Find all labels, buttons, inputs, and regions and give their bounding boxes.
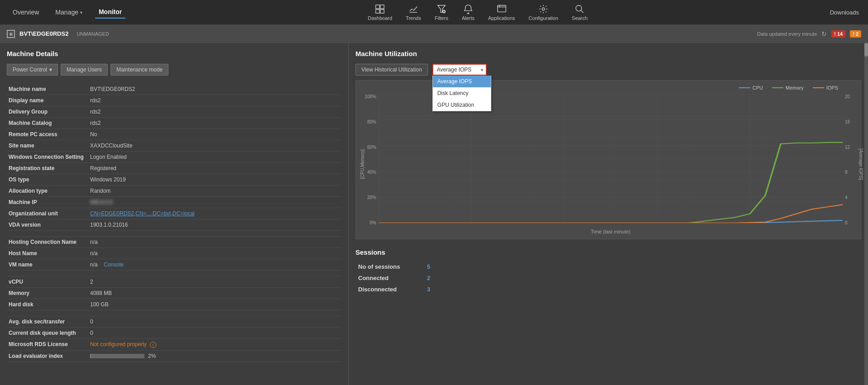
table-row: Machine name BVT\EDGE0RDS2	[7, 84, 341, 95]
nav-applications[interactable]: Applications	[488, 4, 515, 21]
nav-monitor[interactable]: Monitor	[95, 6, 125, 19]
table-row: Machine IP 000.0.0.0	[7, 197, 341, 208]
legend-iops: IOPS	[813, 85, 838, 90]
y-axis-right-label: [Average IOPS]	[858, 148, 863, 180]
refresh-icon[interactable]: ↻	[821, 30, 827, 38]
dropdown-option-gpu-utilization[interactable]: GPU Utilization	[433, 99, 491, 111]
legend-memory: Memory	[772, 85, 804, 90]
svg-line-15	[581, 10, 584, 13]
breadcrumb-bar: ▣ BVT\EDGE0RDS2 UNMANAGED Data updated e…	[0, 25, 868, 43]
table-row: Disconnected 3	[356, 284, 860, 295]
scrollbar[interactable]	[864, 43, 868, 385]
alert-badge-warning[interactable]: ! 2	[850, 30, 861, 38]
memory-legend-line	[772, 87, 783, 88]
nav-icons: Dashboard Trends Filters	[134, 4, 820, 21]
svg-rect-3	[380, 9, 384, 13]
left-panel: Machine Details Power Control ▾ Manage U…	[0, 43, 349, 385]
machine-details-title: Machine Details	[7, 50, 341, 57]
org-unit-link[interactable]: CN=EDGE0RDS2,CN=....DC=bvt,DC=local	[90, 210, 195, 217]
svg-rect-1	[380, 5, 384, 8]
dashboard-icon	[375, 4, 385, 14]
machine-ip-value: 000.0.0.0	[90, 199, 113, 205]
table-row: Display name rds2	[7, 95, 341, 106]
top-nav: Overview Manage ▾ Monitor Dashboard Tren…	[0, 0, 868, 25]
nav-search[interactable]: Search	[572, 4, 588, 21]
table-row: VDA version 1903.1.0.21016	[7, 219, 341, 231]
right-panel: Machine Utilization View Historical Util…	[349, 43, 868, 385]
table-row: Host Name n/a	[7, 248, 341, 259]
nav-filters[interactable]: Filters	[435, 4, 448, 21]
table-row: Machine Catalog rds2	[7, 118, 341, 129]
sessions-title: Sessions	[355, 248, 861, 256]
table-row: Remote PC access No	[7, 129, 341, 140]
data-updated-label: Data updated every minute	[757, 31, 817, 37]
rds-license-status: Not configured properly	[90, 341, 147, 347]
table-row: Hosting Connection Name n/a	[7, 237, 341, 248]
nav-right: Downloads	[821, 9, 868, 16]
console-link[interactable]: Console	[104, 261, 124, 268]
nav-configuration[interactable]: Configuration	[528, 4, 558, 21]
rds-license-info-icon[interactable]: i	[150, 342, 156, 348]
cpu-legend-line	[739, 87, 750, 88]
load-evaluator-bar	[90, 354, 91, 358]
action-buttons: Power Control ▾ Manage Users Maintenance…	[7, 64, 341, 76]
spacer-row	[7, 231, 341, 237]
svg-rect-10	[498, 5, 506, 12]
power-control-chevron-icon: ▾	[49, 67, 52, 73]
breadcrumb-right: Data updated every minute ↻ ! 14 ! 2	[757, 30, 861, 38]
scrollbar-thumb[interactable]	[864, 43, 868, 57]
downloads-label[interactable]: Downloads	[830, 9, 859, 16]
table-row: Memory 4088 MB	[7, 288, 341, 299]
maintenance-mode-button[interactable]: Maintenance mode	[110, 64, 168, 76]
nav-manage[interactable]: Manage ▾	[52, 6, 86, 18]
legend-cpu: CPU	[739, 85, 763, 90]
spacer-row	[7, 271, 341, 276]
table-row: Current disk queue length 0	[7, 328, 341, 339]
y-axis-right: 20 16 12 8 4 0	[843, 94, 856, 225]
table-row: VM name n/a Console	[7, 259, 341, 271]
nav-alerts[interactable]: Alerts	[462, 4, 475, 21]
table-row: Windows Connection Setting Logon Enabled	[7, 152, 341, 163]
machine-icon: ▣	[7, 30, 15, 38]
trends-icon	[408, 4, 418, 14]
table-row: Connected 2	[356, 273, 860, 283]
metric-dropdown-wrapper: Average IOPS ▾ Average IOPS Disk Latency…	[432, 64, 487, 76]
table-row: vCPU 2	[7, 276, 341, 288]
alert-badge-critical[interactable]: ! 14	[831, 30, 845, 38]
table-row: Delivery Group rds2	[7, 106, 341, 118]
load-evaluator-value: 2%	[148, 353, 156, 359]
manage-users-button[interactable]: Manage Users	[61, 64, 108, 76]
nav-trends[interactable]: Trends	[406, 4, 421, 21]
svg-point-14	[576, 5, 582, 11]
nav-dashboard[interactable]: Dashboard	[368, 4, 392, 21]
table-row: Hard disk 100 GB	[7, 299, 341, 310]
table-row: No of sessions 5	[356, 261, 860, 272]
alert-critical-count: 14	[837, 31, 843, 37]
power-control-button[interactable]: Power Control ▾	[7, 64, 58, 76]
view-historical-button[interactable]: View Historical Utilization	[355, 64, 428, 76]
y-axis-left-label: [CPU,Memory]	[360, 149, 365, 179]
dropdown-option-disk-latency[interactable]: Disk Latency	[433, 87, 491, 99]
table-row: Registration state Registered	[7, 163, 341, 174]
table-row: Site name XAXDCCloudSite	[7, 140, 341, 152]
load-evaluator-progress: 2%	[90, 353, 340, 359]
chart-svg	[379, 94, 843, 223]
main-content: Machine Details Power Control ▾ Manage U…	[0, 43, 868, 385]
svg-point-13	[542, 8, 545, 10]
spacer-row	[7, 310, 341, 316]
utilization-title: Machine Utilization	[355, 50, 861, 57]
table-row: Avg. disk sec/transfer 0	[7, 316, 341, 328]
sessions-table: No of sessions 5 Connected 2 Disconnecte…	[355, 261, 861, 295]
alert-warning-icon: !	[853, 31, 854, 37]
dropdown-option-average-iops[interactable]: Average IOPS	[433, 76, 491, 87]
table-row: Microsoft RDS License Not configured pro…	[7, 339, 341, 351]
x-axis-label: Time (last minute)	[379, 229, 843, 234]
chart-area: CPU Memory IOPS 100% 80% 60% 40%	[355, 80, 861, 239]
metric-dropdown-trigger[interactable]: Average IOPS ▾	[432, 64, 487, 76]
breadcrumb-status: UNMANAGED	[77, 31, 109, 37]
svg-rect-0	[376, 5, 379, 8]
dropdown-chevron-icon: ▾	[481, 67, 483, 72]
configuration-icon	[538, 4, 548, 14]
metric-dropdown-menu: Average IOPS Disk Latency GPU Utilizatio…	[432, 76, 491, 111]
nav-overview[interactable]: Overview	[9, 6, 43, 18]
